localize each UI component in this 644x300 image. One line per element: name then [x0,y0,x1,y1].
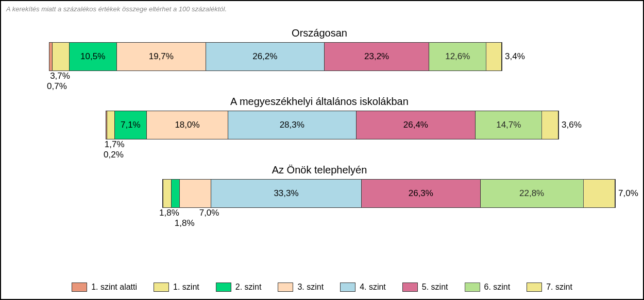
legend-swatch [216,283,231,292]
external-labels: 1,8%1,8%7,0% [162,208,616,228]
legend-item: 7. szint [527,283,572,292]
chart-frame: A kerekítés miatt a százalékos értékek ö… [0,0,644,300]
legend-label: 1. szint alatti [91,283,137,292]
segment-label-external: 1,8% [159,208,179,218]
stacked-bar: 33,3%26,3%22,8%7,0% [162,179,616,208]
legend-label: 4. szint [360,283,386,292]
row-title: Az Önök telephelyén [49,164,590,176]
legend-swatch [278,283,293,292]
legend-swatch [527,283,542,292]
bar-segment: 10,5% [70,43,117,70]
external-labels: 0,7%3,7% [49,71,502,92]
legend-item: 1. szint [154,283,199,292]
legend-label: 5. szint [422,283,448,292]
segment-label: 23,2% [364,51,389,62]
segment-label-external: 1,7% [105,139,125,150]
segment-label: 33,3% [274,188,298,199]
bar-segment: 26,2% [206,43,325,70]
segment-label: 22,8% [519,188,544,199]
segment-label: 12,6% [445,51,470,62]
bar-segment [180,180,211,207]
segment-label-external: 7,0% [199,208,219,218]
chart-footnote: A kerekítés miatt a százalékos értékek ö… [6,5,633,13]
legend-item: 1. szint alatti [72,283,137,292]
segment-label: 26,4% [403,120,428,130]
segment-label: 28,3% [280,120,304,130]
segment-label: 26,3% [409,188,433,199]
bar-segment: 22,8% [481,180,584,207]
bar-segment [172,180,180,207]
bar-segment: 26,3% [362,180,481,207]
segment-label-external: 3,6% [562,120,582,130]
chart-legend: 1. szint alatti1. szint2. szint3. szint4… [1,283,643,292]
bar-segment: 23,2% [325,43,430,70]
segment-label: 10,5% [80,51,105,62]
bar-segment: 33,3% [211,180,362,207]
chart-row: Országosan10,5%19,7%26,2%23,2%12,6%3,4%0… [49,27,590,92]
legend-item: 4. szint [340,283,386,292]
legend-item: 2. szint [216,283,262,292]
stacked-bar: 10,5%19,7%26,2%23,2%12,6%3,4% [49,42,502,71]
bar-wrap: 10,5%19,7%26,2%23,2%12,6%3,4%0,7%3,7% [49,42,502,92]
chart-rows: Országosan10,5%19,7%26,2%23,2%12,6%3,4%0… [6,27,633,228]
segment-label-external: 1,8% [175,218,195,228]
legend-item: 5. szint [402,283,448,292]
legend-label: 7. szint [546,283,572,292]
bar-segment: 26,4% [357,111,476,139]
external-labels: 0,2%1,7% [106,139,559,160]
segment-label: 7,1% [121,120,141,130]
bar-segment [542,111,558,139]
legend-label: 2. szint [235,283,262,292]
segment-label: 18,0% [175,120,199,130]
segment-label-external: 7,0% [618,188,638,199]
segment-label: 14,7% [496,120,521,130]
bar-segment: 7,1% [115,111,147,139]
legend-item: 6. szint [465,283,511,292]
legend-swatch [465,283,480,292]
segment-label-external: 3,7% [50,71,70,81]
legend-label: 6. szint [484,283,511,292]
legend-label: 3. szint [297,283,324,292]
chart-row: Az Önök telephelyén33,3%26,3%22,8%7,0%1,… [49,164,590,228]
bar-segment: 18,0% [147,111,228,139]
legend-swatch [154,283,169,292]
bar-wrap: 33,3%26,3%22,8%7,0%1,8%1,8%7,0% [162,179,616,228]
row-title: Országosan [49,27,590,39]
row-title: A megyeszékhelyi általános iskolákban [49,96,590,108]
segment-label-external: 0,2% [104,150,124,160]
segment-label-external: 3,4% [505,51,525,62]
bar-segment [107,111,115,139]
segment-label-external: 0,7% [47,81,67,92]
bar-segment: 14,7% [476,111,542,139]
bar-segment [53,43,69,70]
bar-segment [584,180,615,207]
bar-segment [486,43,502,70]
bar-segment: 12,6% [429,43,486,70]
bar-segment: 28,3% [228,111,356,139]
stacked-bar: 7,1%18,0%28,3%26,4%14,7%3,6% [106,111,559,139]
segment-label: 26,2% [252,51,277,62]
legend-swatch [402,283,418,292]
segment-label: 19,7% [149,51,174,62]
chart-row: A megyeszékhelyi általános iskolákban7,1… [49,96,590,160]
bar-segment: 19,7% [117,43,206,70]
legend-label: 1. szint [173,283,199,292]
bar-segment [163,180,172,207]
legend-item: 3. szint [278,283,324,292]
legend-swatch [72,283,87,292]
legend-swatch [340,283,355,292]
bar-wrap: 7,1%18,0%28,3%26,4%14,7%3,6%0,2%1,7% [106,111,559,160]
